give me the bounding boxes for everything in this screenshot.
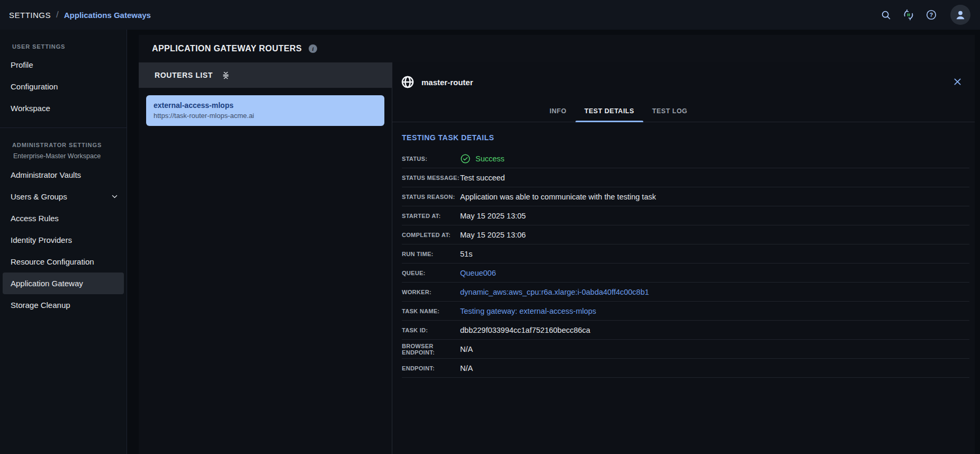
search-icon[interactable] xyxy=(880,9,892,21)
detail-row-started-at: STARTED AT:May 15 2025 13:05 xyxy=(402,206,969,225)
sidebar-item-identity-providers[interactable]: Identity Providers xyxy=(0,229,127,251)
routers-list-title: ROUTERS LIST xyxy=(155,71,213,79)
sidebar-item-application-gateway[interactable]: Application Gateway xyxy=(3,273,124,294)
router-name-title: master-router xyxy=(421,78,473,87)
administrator-settings-items: Administrator VaultsUsers & GroupsAccess… xyxy=(0,164,127,316)
detail-row-queue: QUEUE:Queue006 xyxy=(402,264,969,283)
sidebar-item-label: Workspace xyxy=(11,104,50,113)
detail-row-value[interactable]: dynamic_aws:aws_cpu:r6a.xlarge:i-0abda40… xyxy=(460,288,649,296)
detail-row-status: STATUS:Success xyxy=(402,149,969,168)
detail-row-value[interactable]: Testing gateway: external-access-mlops xyxy=(460,307,596,315)
router-item-name: external-access-mlops xyxy=(154,100,377,111)
sidebar-item-users-groups[interactable]: Users & Groups xyxy=(0,186,127,207)
sidebar-item-resource-configuration[interactable]: Resource Configuration xyxy=(0,251,127,273)
detail-row-value[interactable]: Queue006 xyxy=(460,269,496,277)
detail-row-label: TASK ID: xyxy=(402,327,460,333)
status-text: Success xyxy=(475,155,505,163)
auto-refresh-icon[interactable] xyxy=(903,9,914,21)
detail-row-value: Test succeed xyxy=(460,174,505,182)
detail-row-completed-at: COMPLETED AT:May 15 2025 13:06 xyxy=(402,225,969,244)
detail-row-label: COMPLETED AT: xyxy=(402,232,460,238)
page-header: APPLICATION GATEWAY ROUTERS i xyxy=(139,35,975,62)
testing-task-details-title: TESTING TASK DETAILS xyxy=(402,133,969,142)
svg-text:?: ? xyxy=(930,12,933,18)
detail-row-label: STATUS MESSAGE: xyxy=(402,175,460,181)
status-value: Success xyxy=(460,153,505,164)
test-details-content: TESTING TASK DETAILS STATUS:SuccessSTATU… xyxy=(392,122,975,378)
sidebar-item-label: Users & Groups xyxy=(11,192,67,201)
sidebar-item-profile[interactable]: Profile xyxy=(0,54,127,76)
sidebar-item-label: Application Gateway xyxy=(11,279,83,288)
main-content: APPLICATION GATEWAY ROUTERS i ROUTERS LI… xyxy=(127,30,980,454)
routers-list-panel: ROUTERS LIST external-access-mlopshttps:… xyxy=(139,62,392,454)
detail-row-value: dbb229f033994cc1af752160becc86ca xyxy=(460,326,590,334)
top-bar: SETTINGS / Applications Gateways ? xyxy=(0,0,980,30)
detail-row-worker: WORKER:dynamic_aws:aws_cpu:r6a.xlarge:i-… xyxy=(402,283,969,302)
sidebar-item-label: Identity Providers xyxy=(11,235,72,244)
breadcrumb-settings[interactable]: SETTINGS xyxy=(9,11,51,20)
detail-row-value: May 15 2025 13:06 xyxy=(460,231,526,239)
routers-list-header: ROUTERS LIST xyxy=(139,62,392,88)
router-list-item-external-access-mlops[interactable]: external-access-mlopshttps://task-router… xyxy=(146,95,384,126)
sidebar-item-storage-cleanup[interactable]: Storage Cleanup xyxy=(0,294,127,316)
breadcrumb-current-page: Applications Gateways xyxy=(64,11,151,20)
routers-list: external-access-mlopshttps://task-router… xyxy=(139,88,392,133)
page-title: APPLICATION GATEWAY ROUTERS xyxy=(152,44,302,53)
detail-row-value: May 15 2025 13:05 xyxy=(460,212,526,220)
workspace-name-label: Enterprise-Master Workspace xyxy=(13,152,127,160)
tab-test-log[interactable]: TEST LOG xyxy=(643,101,697,122)
detail-row-label: QUEUE: xyxy=(402,270,460,276)
sidebar-item-label: Configuration xyxy=(11,82,58,91)
detail-row-endpoint: ENDPOINT:N/A xyxy=(402,359,969,378)
detail-row-label: RUN TIME: xyxy=(402,251,460,257)
close-icon[interactable] xyxy=(953,77,962,86)
detail-row-label: TASK NAME: xyxy=(402,308,460,314)
detail-row-label: STARTED AT: xyxy=(402,213,460,219)
detail-row-status-message: STATUS MESSAGE:Test succeed xyxy=(402,168,969,187)
testing-task-details-table: STATUS:SuccessSTATUS MESSAGE:Test succee… xyxy=(402,149,969,378)
user-settings-header: USER SETTINGS xyxy=(12,43,127,50)
globe-icon xyxy=(401,75,415,89)
detail-tabs: INFOTEST DETAILSTEST LOG xyxy=(541,101,696,122)
collapse-sort-icon[interactable] xyxy=(222,71,230,79)
detail-row-run-time: RUN TIME:51s xyxy=(402,244,969,264)
sidebar-item-administrator-vaults[interactable]: Administrator Vaults xyxy=(0,164,127,186)
check-circle-icon xyxy=(460,153,471,164)
chevron-down-icon xyxy=(111,193,118,200)
detail-row-browser-endpoint: BROWSER ENDPOINT:N/A xyxy=(402,340,969,359)
info-icon[interactable]: i xyxy=(309,44,317,53)
breadcrumb: SETTINGS / Applications Gateways xyxy=(9,10,151,20)
settings-sidebar: USER SETTINGS ProfileConfigurationWorksp… xyxy=(0,30,127,454)
tab-test-details[interactable]: TEST DETAILS xyxy=(576,101,643,122)
sidebar-item-workspace[interactable]: Workspace xyxy=(0,97,127,119)
sidebar-item-label: Profile xyxy=(11,60,33,69)
detail-row-label: ENDPOINT: xyxy=(402,365,460,371)
sidebar-item-label: Administrator Vaults xyxy=(11,170,81,179)
detail-row-task-name: TASK NAME:Testing gateway: external-acce… xyxy=(402,302,969,321)
router-detail-panel: master-router INFOTEST DETAILSTEST LOG T… xyxy=(392,62,975,454)
router-item-url: https://task-router-mlops-acme.ai xyxy=(154,111,377,121)
sidebar-item-configuration[interactable]: Configuration xyxy=(0,76,127,97)
sidebar-item-label: Resource Configuration xyxy=(11,257,94,266)
detail-row-status-reason: STATUS REASON:Application was able to co… xyxy=(402,187,969,206)
user-settings-items: ProfileConfigurationWorkspace xyxy=(0,54,127,119)
breadcrumb-separator: / xyxy=(56,10,59,20)
user-avatar[interactable] xyxy=(950,5,970,25)
detail-row-value: Application was able to communicate with… xyxy=(460,193,656,201)
person-icon xyxy=(954,8,967,21)
detail-row-task-id: TASK ID:dbb229f033994cc1af752160becc86ca xyxy=(402,321,969,340)
tab-info[interactable]: INFO xyxy=(541,101,576,122)
detail-row-label: STATUS: xyxy=(402,156,460,162)
help-icon[interactable]: ? xyxy=(925,9,937,21)
detail-row-value: N/A xyxy=(460,364,473,373)
sidebar-item-label: Storage Cleanup xyxy=(11,301,70,310)
router-detail-header: master-router INFOTEST DETAILSTEST LOG xyxy=(392,62,975,122)
detail-row-value: 51s xyxy=(460,250,472,258)
detail-row-label: STATUS REASON: xyxy=(402,194,460,200)
detail-row-label: WORKER: xyxy=(402,289,460,295)
sidebar-item-label: Access Rules xyxy=(11,214,59,223)
administrator-settings-header: ADMINISTRATOR SETTINGS xyxy=(12,142,127,148)
topbar-actions: ? xyxy=(880,5,970,25)
sidebar-item-access-rules[interactable]: Access Rules xyxy=(0,207,127,229)
detail-row-label: BROWSER ENDPOINT: xyxy=(402,343,460,356)
